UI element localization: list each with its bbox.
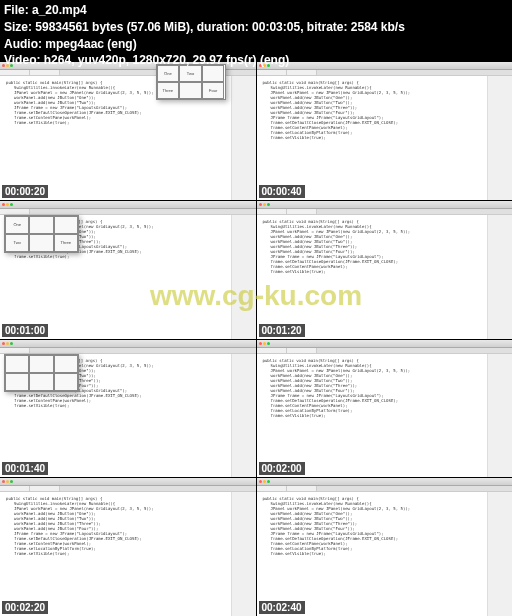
frame-timestamp: 00:02:40 <box>259 601 305 614</box>
close-dot-icon <box>259 203 262 206</box>
java-button[interactable] <box>29 234 53 252</box>
code-line: frame.setVisible(true); <box>263 413 507 418</box>
max-dot-icon <box>10 342 13 345</box>
editor-tab[interactable] <box>287 209 317 214</box>
video-frame: public static void main(String[] args) {… <box>0 62 256 200</box>
min-dot-icon <box>263 203 266 206</box>
ide-sidebar <box>231 354 256 478</box>
java-button[interactable]: Three <box>54 234 78 252</box>
min-dot-icon <box>6 203 9 206</box>
java-button[interactable]: Four <box>202 82 225 99</box>
video-frame: public static void main(String[] args) {… <box>0 478 256 616</box>
frame-timestamp: 00:00:40 <box>259 185 305 198</box>
min-dot-icon <box>263 480 266 483</box>
max-dot-icon <box>10 480 13 483</box>
java-gui-window[interactable] <box>4 354 79 392</box>
code-line: frame.setVisible(true); <box>263 269 507 274</box>
code-editor[interactable]: public static void main(String[] args) {… <box>0 492 256 616</box>
java-button[interactable] <box>54 355 78 373</box>
close-dot-icon <box>2 342 5 345</box>
video-line: Video: h264, yuv420p, 1280x720, 29.97 fp… <box>4 52 405 69</box>
ide-toolbar <box>0 478 256 486</box>
java-gui-window[interactable]: One Two Three <box>4 215 79 253</box>
editor-tab[interactable] <box>257 209 287 214</box>
close-dot-icon <box>2 480 5 483</box>
code-editor[interactable]: public static void main(String[] args) {… <box>257 76 513 200</box>
java-button[interactable]: Two <box>5 234 29 252</box>
java-button[interactable] <box>54 373 78 391</box>
audio-line: Audio: mpeg4aac (eng) <box>4 36 405 53</box>
editor-tab[interactable] <box>257 348 287 353</box>
ide-toolbar <box>257 340 513 348</box>
ide-sidebar <box>487 492 512 616</box>
code-editor[interactable]: public static void main(String[] args) {… <box>257 215 513 339</box>
frame-timestamp: 00:01:00 <box>2 324 48 337</box>
ide-sidebar <box>487 215 512 339</box>
java-button[interactable]: Three <box>157 82 180 99</box>
ide-toolbar <box>0 201 256 209</box>
thumbnail-grid: public static void main(String[] args) {… <box>0 62 512 616</box>
ide-sidebar <box>231 76 256 200</box>
editor-tab[interactable] <box>0 209 30 214</box>
editor-tab[interactable] <box>287 486 317 491</box>
code-line: frame.setVisible(true); <box>6 120 250 125</box>
ide-toolbar <box>257 478 513 486</box>
code-line: frame.setVisible(true); <box>263 135 507 140</box>
ide-sidebar <box>231 492 256 616</box>
max-dot-icon <box>267 203 270 206</box>
frame-timestamp: 00:01:40 <box>2 462 48 475</box>
code-line: frame.setVisible(true); <box>6 403 250 408</box>
code-line: frame.setVisible(true); <box>263 551 507 556</box>
frame-timestamp: 00:01:20 <box>259 324 305 337</box>
editor-tab[interactable] <box>0 486 30 491</box>
max-dot-icon <box>267 342 270 345</box>
max-dot-icon <box>10 203 13 206</box>
close-dot-icon <box>259 480 262 483</box>
min-dot-icon <box>6 480 9 483</box>
code-line: frame.setVisible(true); <box>6 551 250 556</box>
frame-timestamp: 00:00:20 <box>2 185 48 198</box>
code-editor[interactable]: public static void main(String[] args) {… <box>257 354 513 478</box>
video-frame: public static void main(String[] args) {… <box>0 340 256 478</box>
java-button[interactable] <box>29 373 53 391</box>
media-metadata: File: a_20.mp4 Size: 59834561 bytes (57.… <box>0 0 409 71</box>
ide-sidebar <box>231 215 256 339</box>
ide-toolbar <box>257 201 513 209</box>
editor-tab[interactable] <box>0 348 30 353</box>
video-frame: public static void main(String[] args) {… <box>257 62 513 200</box>
java-button[interactable]: One <box>5 216 29 234</box>
file-line: File: a_20.mp4 <box>4 2 405 19</box>
frame-timestamp: 00:02:00 <box>259 462 305 475</box>
video-frame: public static void main(String[] args) {… <box>257 201 513 339</box>
java-button[interactable] <box>54 216 78 234</box>
java-button[interactable] <box>179 82 202 99</box>
editor-tab[interactable] <box>287 348 317 353</box>
max-dot-icon <box>267 480 270 483</box>
ide-sidebar <box>487 76 512 200</box>
java-button[interactable] <box>5 373 29 391</box>
code-editor[interactable]: public static void main(String[] args) {… <box>257 492 513 616</box>
video-frame: public static void main(String[] args) {… <box>257 478 513 616</box>
video-frame: public static void main(String[] args) {… <box>257 340 513 478</box>
code-line: frame.setVisible(true); <box>6 254 250 259</box>
editor-tab[interactable] <box>30 486 60 491</box>
java-button[interactable] <box>5 355 29 373</box>
min-dot-icon <box>263 342 266 345</box>
video-frame: public static void main(String[] args) {… <box>0 201 256 339</box>
editor-tab[interactable] <box>257 486 287 491</box>
java-button[interactable] <box>29 216 53 234</box>
frame-timestamp: 00:02:20 <box>2 601 48 614</box>
java-button[interactable] <box>29 355 53 373</box>
ide-sidebar <box>487 354 512 478</box>
ide-toolbar <box>0 340 256 348</box>
close-dot-icon <box>259 342 262 345</box>
size-line: Size: 59834561 bytes (57.06 MiB), durati… <box>4 19 405 36</box>
close-dot-icon <box>2 203 5 206</box>
min-dot-icon <box>6 342 9 345</box>
